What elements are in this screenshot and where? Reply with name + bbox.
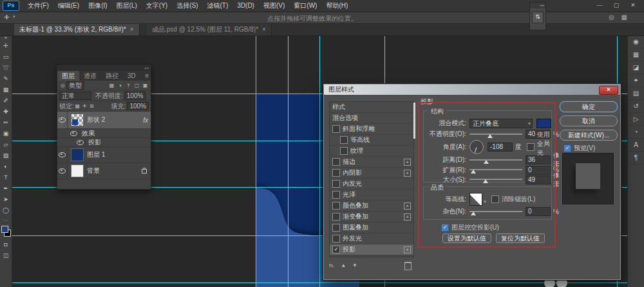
add-instance-icon[interactable]: + bbox=[404, 203, 411, 210]
style-checkbox[interactable] bbox=[332, 224, 340, 232]
style-list-item-9[interactable]: 颜色叠加+ bbox=[330, 201, 413, 212]
style-list-item-7[interactable]: 内发光 bbox=[330, 179, 413, 190]
eraser-tool-icon[interactable]: ▱ bbox=[0, 139, 12, 150]
style-list-item-12[interactable]: 外发光 bbox=[330, 233, 413, 244]
menu-item-3[interactable]: 图层(L) bbox=[112, 2, 142, 9]
menu-item-7[interactable]: 3D(D) bbox=[232, 2, 259, 9]
blend-mode-select[interactable]: 正片叠底 bbox=[469, 119, 533, 128]
search-icon[interactable]: ◎ bbox=[59, 83, 66, 88]
tab-close-icon[interactable]: × bbox=[130, 26, 134, 33]
history-panel-icon[interactable]: ↺ bbox=[628, 100, 644, 113]
maximize-button[interactable]: ▢ bbox=[608, 0, 625, 10]
style-list-item-4[interactable]: 纹理 bbox=[330, 146, 413, 157]
style-list-item-13[interactable]: ✓投影+ bbox=[330, 244, 413, 255]
paragraph-panel-icon[interactable]: ¶ bbox=[628, 152, 644, 164]
style-checkbox[interactable] bbox=[332, 158, 340, 166]
actions-panel-icon[interactable]: ▷ bbox=[628, 113, 644, 126]
layer-row-drop-shadow[interactable]: 投影 bbox=[57, 138, 151, 147]
slider-thumb[interactable] bbox=[471, 170, 476, 173]
filter-type-icon[interactable]: T bbox=[125, 83, 132, 88]
hand-tool-icon[interactable]: ◯ bbox=[0, 205, 12, 216]
layer-row-shape-2[interactable]: 形状 2 fx bbox=[57, 112, 151, 129]
ok-button[interactable]: 确定 bbox=[560, 101, 618, 112]
character-panel-icon[interactable]: A bbox=[628, 139, 644, 152]
move-up-icon[interactable]: ▲ bbox=[341, 262, 346, 268]
slider-thumb[interactable] bbox=[488, 134, 493, 138]
angle-dial[interactable] bbox=[469, 140, 484, 154]
tab-3d[interactable]: 3D bbox=[123, 71, 140, 81]
styles-panel-icon[interactable]: ✦ bbox=[628, 74, 644, 87]
quick-selection-tool-icon[interactable]: ✎ bbox=[0, 74, 12, 84]
style-list-item-2[interactable]: 斜面和浮雕 bbox=[330, 124, 413, 135]
tab-close-icon[interactable]: × bbox=[262, 26, 266, 33]
use-global-light-checkbox[interactable] bbox=[527, 143, 535, 151]
layer-row-effects[interactable]: 效果 bbox=[57, 129, 151, 138]
color-panel-icon[interactable]: ◉ bbox=[628, 35, 644, 48]
add-instance-icon[interactable]: + bbox=[404, 246, 411, 253]
type-tool-icon[interactable]: T bbox=[0, 172, 12, 183]
fill-value[interactable]: 100% bbox=[127, 102, 149, 110]
visibility-toggle[interactable] bbox=[75, 138, 86, 146]
style-list-item-1[interactable]: 混合选项 bbox=[330, 113, 413, 124]
style-list-item-3[interactable]: 等高线 bbox=[330, 135, 413, 146]
dodge-tool-icon[interactable]: ◐ bbox=[0, 161, 12, 172]
visibility-toggle[interactable] bbox=[57, 112, 68, 128]
style-list-item-5[interactable]: 描边+ bbox=[330, 157, 413, 168]
dialog-close-button[interactable]: ✕ bbox=[599, 86, 618, 95]
reset-default-button[interactable]: 复位为默认值 bbox=[496, 233, 545, 243]
style-checkbox[interactable] bbox=[332, 202, 340, 210]
distance-value[interactable]: 36 bbox=[526, 155, 551, 164]
style-list-item-0[interactable]: 样式 bbox=[330, 102, 413, 113]
menu-item-0[interactable]: 文件(F) bbox=[23, 2, 53, 9]
slider-thumb[interactable] bbox=[483, 179, 488, 183]
path-select-tool-icon[interactable]: ➤ bbox=[0, 194, 12, 205]
style-checkbox[interactable] bbox=[332, 235, 340, 242]
style-checkbox[interactable] bbox=[332, 213, 340, 221]
tab-untitled-1[interactable]: 未标题-1 @ 33.3% (形状 2, RGB/8#)*× bbox=[14, 24, 140, 35]
style-checkbox[interactable] bbox=[340, 136, 348, 144]
panel-menu-icon[interactable]: ≡ bbox=[145, 71, 151, 81]
move-down-icon[interactable]: ▼ bbox=[352, 262, 357, 268]
search-icon[interactable]: ◎ bbox=[609, 14, 614, 21]
delete-effect-icon[interactable] bbox=[404, 262, 412, 270]
new-style-button[interactable]: 新建样式(W)... bbox=[560, 130, 618, 141]
filter-adjustment-icon[interactable]: ◑ bbox=[117, 83, 124, 88]
anti-alias-checkbox[interactable] bbox=[491, 195, 499, 203]
filter-type-dropdown[interactable]: 类型 bbox=[66, 81, 84, 90]
close-button[interactable]: ✕ bbox=[625, 0, 641, 10]
tab-channels[interactable]: 通道 bbox=[79, 71, 101, 81]
crop-tool-icon[interactable]: ▦ bbox=[0, 84, 12, 95]
chevron-down-icon[interactable]: ▾ bbox=[484, 199, 486, 204]
workspace-icon[interactable]: ▦ bbox=[621, 14, 627, 21]
info-panel-icon[interactable]: ◔ bbox=[628, 126, 644, 139]
cancel-button[interactable]: 取消 bbox=[560, 115, 618, 126]
distance-slider[interactable] bbox=[469, 157, 522, 163]
add-effect-icon[interactable]: fx. bbox=[329, 262, 334, 268]
layer-row-layer-1[interactable]: 图层 1 bbox=[57, 147, 151, 163]
menu-item-1[interactable]: 编辑(E) bbox=[53, 2, 84, 9]
more-tools-icon[interactable]: … bbox=[0, 216, 12, 224]
quick-mask-icon[interactable]: ◘ bbox=[0, 239, 12, 250]
dialog-title-bar[interactable]: 图层样式 ✕ bbox=[324, 84, 620, 95]
menu-item-2[interactable]: 图像(I) bbox=[84, 2, 111, 9]
tab-paths[interactable]: 路径 bbox=[101, 71, 123, 81]
add-instance-icon[interactable]: + bbox=[404, 213, 411, 221]
foreground-color-swatch[interactable] bbox=[1, 226, 8, 233]
filter-smart-icon[interactable]: ▣ bbox=[142, 83, 149, 88]
panel-collapse-icon[interactable]: »» bbox=[57, 65, 151, 71]
style-list-item-8[interactable]: 光泽 bbox=[330, 190, 413, 201]
lasso-tool-icon[interactable]: ➰ bbox=[0, 63, 12, 74]
blend-mode-dropdown[interactable]: 正常 bbox=[59, 92, 91, 100]
contour-picker[interactable] bbox=[469, 193, 482, 206]
style-checkbox[interactable]: ✓ bbox=[332, 246, 340, 253]
adjustments-panel-icon[interactable]: ◪ bbox=[628, 61, 644, 74]
toolbar-collapse-icon[interactable]: » bbox=[0, 35, 12, 41]
layer-knockout-checkbox[interactable]: ✓ bbox=[441, 224, 449, 232]
move-tool-icon[interactable]: ✛ bbox=[0, 41, 12, 52]
filter-pixel-icon[interactable]: ▦ bbox=[108, 83, 115, 88]
style-checkbox[interactable] bbox=[332, 191, 340, 199]
collapsed-panel[interactable]: »» ⇅ bbox=[529, 2, 546, 30]
color-chips[interactable] bbox=[0, 225, 12, 239]
add-instance-icon[interactable]: + bbox=[404, 159, 411, 166]
slider-thumb[interactable] bbox=[471, 212, 476, 215]
